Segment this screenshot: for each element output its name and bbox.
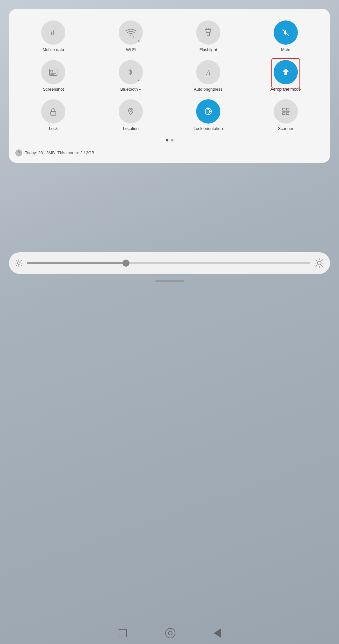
svg-text:A: A <box>205 68 210 76</box>
dot-2[interactable] <box>171 139 173 141</box>
handle-bar[interactable] <box>155 280 184 282</box>
screenshot-icon <box>41 60 65 84</box>
svg-rect-10 <box>51 70 53 72</box>
tile-mute[interactable]: Mute <box>247 18 324 55</box>
location-icon <box>119 99 143 124</box>
tile-flashlight[interactable]: Flashlight <box>170 18 247 55</box>
svg-point-32 <box>317 261 321 265</box>
aeroplane-mode-icon <box>274 60 298 84</box>
svg-line-40 <box>316 266 317 267</box>
svg-marker-2 <box>133 36 134 38</box>
svg-marker-4 <box>206 29 211 33</box>
brightness-low-icon <box>15 259 23 267</box>
tile-location[interactable]: Location <box>93 97 169 134</box>
back-button[interactable] <box>214 629 221 638</box>
home-button[interactable] <box>165 628 175 638</box>
svg-line-31 <box>16 265 17 266</box>
brightness-thumb[interactable] <box>122 260 129 267</box>
tile-screenshot[interactable]: Screenshot <box>15 57 92 95</box>
flashlight-label: Flashlight <box>199 47 217 52</box>
lock-orientation-label: Lock orientation <box>194 126 223 131</box>
svg-rect-17 <box>207 110 210 113</box>
tile-bluetooth[interactable]: ▲ Bluetooth ▲ <box>93 57 169 95</box>
tile-wifi[interactable]: ▲ Wi-Fi <box>93 18 169 55</box>
svg-point-15 <box>130 110 132 111</box>
svg-line-38 <box>322 266 323 267</box>
svg-point-23 <box>18 262 20 264</box>
data-help-icon: ? <box>15 149 22 156</box>
brightness-high-icon <box>314 258 324 268</box>
lock-icon <box>41 99 65 124</box>
svg-rect-18 <box>283 108 285 110</box>
svg-line-28 <box>16 261 17 261</box>
flashlight-icon <box>196 20 220 45</box>
data-today: Today: 281.3MB <box>25 150 55 155</box>
tile-lock-orientation[interactable]: Lock orientation <box>170 97 247 134</box>
tile-auto-brightness[interactable]: A Auto brightness <box>170 57 247 95</box>
nav-bar <box>0 628 339 638</box>
recents-button[interactable] <box>119 629 127 637</box>
brightness-fill <box>27 262 126 264</box>
tiles-grid: Mobile data ▲ Wi-Fi <box>15 18 324 134</box>
back-icon <box>214 629 221 638</box>
data-month: This month: 2.12GB <box>57 150 94 155</box>
auto-brightness-icon: A <box>196 60 220 84</box>
wifi-icon: ▲ <box>119 20 143 45</box>
svg-line-37 <box>316 260 317 261</box>
svg-rect-21 <box>286 113 289 115</box>
svg-line-30 <box>21 261 21 261</box>
brightness-track[interactable] <box>27 262 310 264</box>
location-label: Location <box>123 126 139 131</box>
tile-mobile-data[interactable]: Mobile data <box>15 18 92 55</box>
quick-settings-panel: Mobile data ▲ Wi-Fi <box>9 9 330 163</box>
aeroplane-mode-label: Aeroplane mode <box>270 87 301 92</box>
svg-rect-19 <box>286 108 289 110</box>
page-dots <box>15 139 324 141</box>
home-icon-inner <box>168 631 173 635</box>
lock-orientation-icon <box>196 99 220 124</box>
wifi-label: Wi-Fi <box>126 47 136 52</box>
recents-icon <box>119 629 127 637</box>
svg-rect-14 <box>51 111 56 115</box>
svg-line-7 <box>210 29 210 30</box>
data-usage-row: ? Today: 281.3MB This month: 2.12GB <box>15 146 324 156</box>
mute-icon <box>274 20 298 45</box>
brightness-slider-panel <box>9 252 330 274</box>
dot-1[interactable] <box>166 139 168 141</box>
screenshot-label: Screenshot <box>43 87 64 92</box>
svg-rect-20 <box>283 113 285 115</box>
auto-brightness-label: Auto brightness <box>194 87 223 92</box>
tile-scanner[interactable]: Scanner <box>247 97 324 134</box>
bluetooth-label: Bluetooth ▲ <box>120 87 141 92</box>
bluetooth-icon: ▲ <box>119 60 143 84</box>
home-icon <box>165 628 175 638</box>
mute-label: Mute <box>281 47 290 52</box>
lock-label: Lock <box>49 126 58 131</box>
svg-line-29 <box>21 265 21 266</box>
svg-line-6 <box>206 29 207 30</box>
scanner-icon <box>274 99 298 124</box>
tile-lock[interactable]: Lock <box>15 97 92 134</box>
mobile-data-label: Mobile data <box>43 47 64 52</box>
svg-rect-3 <box>207 33 210 36</box>
svg-line-39 <box>322 260 323 261</box>
mobile-data-icon <box>41 20 65 45</box>
tile-aeroplane-mode[interactable]: Aeroplane mode <box>247 57 324 95</box>
scanner-label: Scanner <box>278 126 293 131</box>
